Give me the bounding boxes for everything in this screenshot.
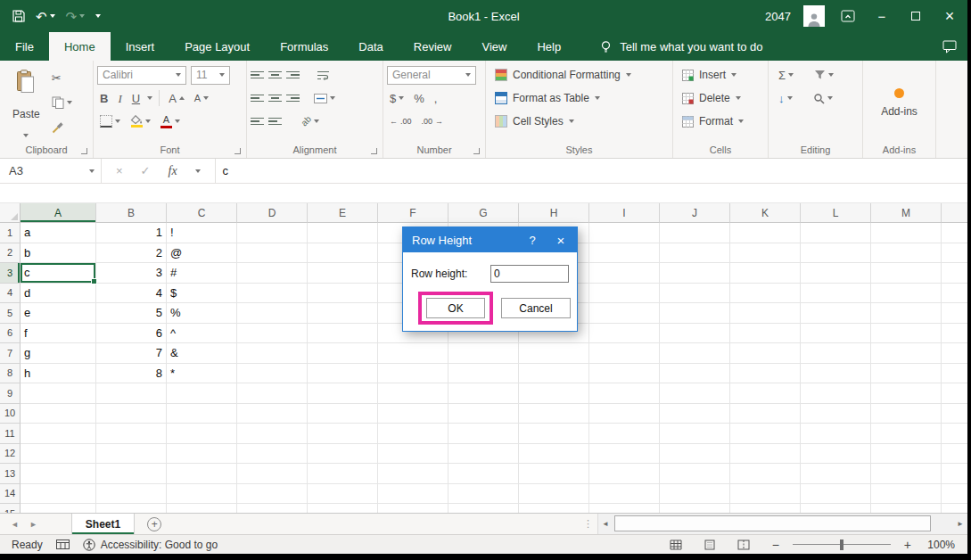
tell-me-box[interactable]: Tell me what you want to do bbox=[599, 32, 762, 61]
cell-M4[interactable] bbox=[871, 284, 942, 304]
tab-home[interactable]: Home bbox=[49, 32, 111, 61]
cell-M2[interactable] bbox=[871, 243, 942, 264]
chevron-down-icon[interactable] bbox=[399, 96, 404, 100]
cell-L8[interactable] bbox=[801, 364, 871, 384]
zoom-out-button[interactable]: − bbox=[772, 538, 779, 552]
column-header-M[interactable]: M bbox=[871, 203, 942, 223]
tab-review[interactable]: Review bbox=[399, 32, 467, 61]
decrease-decimal-button[interactable]: .00→ bbox=[419, 111, 447, 131]
cell-I2[interactable] bbox=[589, 243, 660, 264]
align-right-icon[interactable] bbox=[286, 95, 300, 103]
cell-A8[interactable]: h bbox=[21, 364, 96, 384]
percent-style-button[interactable]: % bbox=[411, 88, 427, 108]
middle-align-icon[interactable] bbox=[268, 71, 282, 79]
cell-M14[interactable] bbox=[871, 484, 942, 505]
cell-L13[interactable] bbox=[801, 464, 871, 484]
row-header-14[interactable]: 14 bbox=[0, 484, 21, 505]
increase-indent-icon[interactable] bbox=[268, 118, 282, 126]
normal-view-button[interactable] bbox=[670, 539, 682, 550]
sheet-nav-right-icon[interactable]: ► bbox=[29, 520, 37, 529]
cell-B8[interactable]: 8 bbox=[96, 364, 167, 384]
bottom-align-icon[interactable] bbox=[286, 71, 300, 79]
cell-G13[interactable] bbox=[448, 464, 519, 484]
row-height-input[interactable] bbox=[490, 265, 569, 283]
number-dialog-launcher-icon[interactable] bbox=[473, 148, 480, 154]
chevron-down-icon[interactable] bbox=[145, 119, 151, 123]
cell-K7[interactable] bbox=[730, 343, 801, 364]
cell-E13[interactable] bbox=[308, 464, 378, 484]
tab-file[interactable]: File bbox=[0, 32, 49, 61]
cell-F9[interactable] bbox=[378, 383, 448, 404]
scrollbar-track[interactable] bbox=[613, 514, 953, 534]
cell-J7[interactable] bbox=[660, 343, 730, 364]
cell-M15[interactable] bbox=[871, 504, 942, 513]
cell-G15[interactable] bbox=[448, 504, 519, 513]
accounting-format-button[interactable]: $ bbox=[387, 88, 407, 108]
font-size-combobox[interactable]: 11 bbox=[191, 66, 230, 85]
cell-E15[interactable] bbox=[308, 504, 378, 513]
cell-L7[interactable] bbox=[801, 343, 871, 364]
cell-H15[interactable] bbox=[519, 504, 589, 513]
scroll-left-icon[interactable]: ◄ bbox=[598, 520, 613, 528]
cell-A10[interactable] bbox=[21, 404, 96, 424]
borders-button[interactable] bbox=[97, 111, 123, 131]
row-header-6[interactable]: 6 bbox=[0, 324, 21, 344]
cell-A11[interactable] bbox=[21, 424, 96, 444]
cell-D9[interactable] bbox=[237, 383, 308, 404]
cell-E6[interactable] bbox=[308, 324, 378, 344]
cell-J13[interactable] bbox=[660, 464, 730, 484]
cell-I15[interactable] bbox=[589, 504, 660, 513]
merge-center-button[interactable] bbox=[311, 88, 338, 108]
orientation-button[interactable]: ab bbox=[299, 111, 322, 131]
cell-D14[interactable] bbox=[237, 484, 308, 505]
row-header-15[interactable]: 15 bbox=[0, 504, 21, 513]
cell-J8[interactable] bbox=[660, 364, 730, 384]
zoom-slider-thumb[interactable] bbox=[840, 539, 843, 550]
cell-K9[interactable] bbox=[730, 383, 801, 404]
cell-G7[interactable] bbox=[448, 343, 519, 364]
cell-H13[interactable] bbox=[519, 464, 589, 484]
cell-L9[interactable] bbox=[801, 383, 871, 404]
cell-F7[interactable] bbox=[378, 343, 448, 364]
cell-K12[interactable] bbox=[730, 444, 801, 465]
column-header-B[interactable]: B bbox=[96, 203, 167, 223]
cell-C2[interactable]: @ bbox=[167, 243, 237, 264]
cell-F12[interactable] bbox=[378, 444, 448, 465]
cell-D3[interactable] bbox=[237, 263, 308, 284]
cell-C6[interactable]: ^ bbox=[167, 324, 237, 344]
cell-I10[interactable] bbox=[589, 404, 660, 424]
chevron-down-icon[interactable] bbox=[89, 169, 95, 173]
cell-I3[interactable] bbox=[589, 263, 660, 284]
cell-I5[interactable] bbox=[589, 303, 660, 324]
cell-M7[interactable] bbox=[871, 343, 942, 364]
cell-K14[interactable] bbox=[730, 484, 801, 505]
cell-B2[interactable]: 2 bbox=[96, 243, 167, 264]
cell-M1[interactable] bbox=[871, 223, 942, 243]
cell-E3[interactable] bbox=[308, 263, 378, 284]
wrap-text-button[interactable] bbox=[317, 70, 330, 80]
cell-A14[interactable] bbox=[21, 484, 96, 505]
format-painter-button[interactable] bbox=[49, 118, 75, 137]
close-button[interactable]: × bbox=[939, 7, 960, 26]
cell-H12[interactable] bbox=[519, 444, 589, 465]
find-select-button[interactable] bbox=[811, 88, 835, 108]
row-header-7[interactable]: 7 bbox=[0, 343, 21, 364]
cell-E4[interactable] bbox=[308, 284, 378, 304]
new-sheet-button[interactable]: + bbox=[147, 517, 161, 531]
cell-J12[interactable] bbox=[660, 444, 730, 465]
column-header-J[interactable]: J bbox=[660, 203, 730, 223]
cell-K6[interactable] bbox=[730, 324, 801, 344]
tab-view[interactable]: View bbox=[466, 32, 522, 61]
cell-B12[interactable] bbox=[96, 444, 167, 465]
maximize-button[interactable] bbox=[905, 12, 926, 21]
increase-decimal-button[interactable]: ←.00 bbox=[387, 111, 415, 131]
cell-D15[interactable] bbox=[237, 504, 308, 513]
column-header-I[interactable]: I bbox=[589, 203, 660, 223]
name-box[interactable]: A3 bbox=[0, 159, 101, 183]
cell-A6[interactable]: f bbox=[21, 324, 96, 344]
cell-B14[interactable] bbox=[96, 484, 167, 505]
scrollbar-thumb[interactable] bbox=[614, 515, 931, 531]
cell-C13[interactable] bbox=[167, 464, 237, 484]
cell-A15[interactable] bbox=[21, 504, 96, 513]
cell-D12[interactable] bbox=[237, 444, 308, 465]
